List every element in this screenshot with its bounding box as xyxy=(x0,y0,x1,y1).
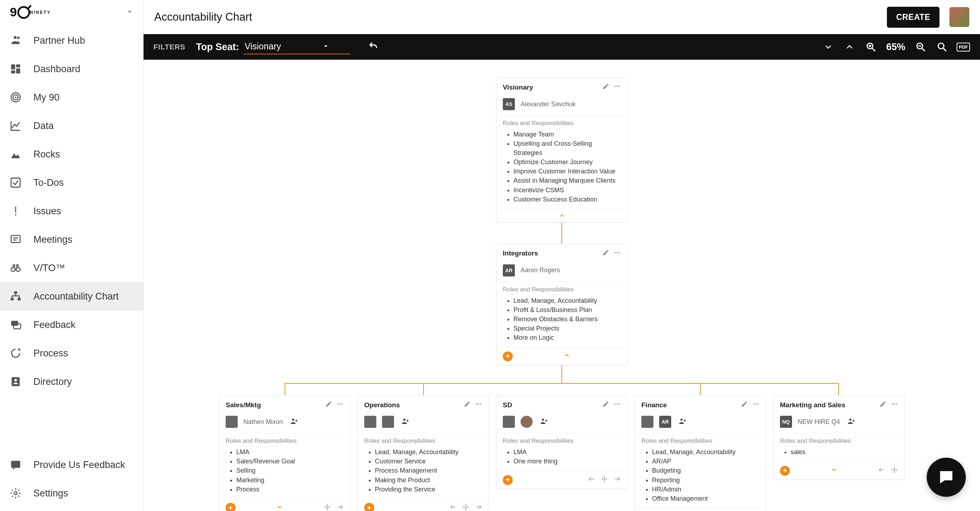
person-name: NEW HIRE Q4 xyxy=(798,418,840,426)
add-seat-button[interactable]: + xyxy=(503,352,513,361)
more-icon[interactable] xyxy=(752,401,759,409)
sidebar: 9 NINETY Partner HubDashboardMy 90DataRo… xyxy=(0,0,143,511)
sidebar-item-provide-feedback[interactable]: Provide Us Feedback xyxy=(0,451,143,479)
edit-icon[interactable] xyxy=(602,401,609,409)
sidebar-item-data[interactable]: Data xyxy=(0,111,143,140)
seat-title: SD xyxy=(503,401,600,409)
add-person-icon[interactable] xyxy=(290,417,299,427)
top-seat-select[interactable]: Visionary xyxy=(244,40,350,54)
collapse-children-button[interactable] xyxy=(563,352,570,361)
seat-card-finance[interactable]: FinanceARRoles and ResponsibilitiesLead,… xyxy=(635,395,766,511)
role-item: Process xyxy=(236,485,344,494)
avatar-initials: AR xyxy=(503,264,515,277)
sidebar-item-my-90[interactable]: My 90 xyxy=(0,83,143,111)
sidebar-item-label: Feedback xyxy=(33,320,76,331)
sidebar-item-accountability-chart[interactable]: Accountability Chart xyxy=(0,282,143,310)
add-person-icon[interactable] xyxy=(678,417,687,427)
seat-card-marketing-sales[interactable]: Marketing and SalesNQNEW HIRE Q4Roles an… xyxy=(773,395,905,480)
line-chart-icon xyxy=(8,119,23,133)
dashboard-icon xyxy=(8,62,23,76)
move-right-button[interactable] xyxy=(614,476,621,484)
sidebar-item-label: Meetings xyxy=(33,234,73,245)
svg-text:9: 9 xyxy=(10,5,17,19)
more-icon[interactable] xyxy=(337,401,344,409)
seat-card-sd[interactable]: SDRoles and ResponsibilitiesLMAOne more … xyxy=(496,395,627,489)
svg-marker-46 xyxy=(325,45,328,47)
expand-children-button[interactable] xyxy=(830,466,837,475)
collapse-children-button[interactable] xyxy=(496,209,627,222)
move-left-button[interactable] xyxy=(588,476,595,484)
avatar-initials: NQ xyxy=(780,416,792,428)
move-right-button[interactable] xyxy=(475,503,482,511)
edit-icon[interactable] xyxy=(602,83,609,92)
more-icon[interactable] xyxy=(614,401,621,409)
more-icon[interactable] xyxy=(475,401,482,409)
expand-children-button[interactable] xyxy=(276,503,283,511)
roles-label: Roles and Responsibilities xyxy=(503,286,621,293)
sidebar-item-process[interactable]: Process xyxy=(0,339,143,368)
add-seat-button[interactable]: + xyxy=(503,475,513,485)
sidebar-item-meetings[interactable]: Meetings xyxy=(0,225,143,254)
seat-card-sales-mktg[interactable]: Sales/MktgNathen MixonRoles and Responsi… xyxy=(219,395,350,511)
zoom-out-button[interactable] xyxy=(914,40,928,54)
sidebar-item-rocks[interactable]: Rocks xyxy=(0,140,143,169)
collapse-all-button[interactable] xyxy=(821,40,835,54)
team-switcher[interactable] xyxy=(126,8,133,17)
user-avatar[interactable] xyxy=(950,7,969,27)
undo-button[interactable] xyxy=(368,41,379,53)
role-item: Making the Product xyxy=(375,476,482,485)
add-seat-button[interactable]: + xyxy=(780,466,790,476)
chart-canvas[interactable]: Visionary AS Alexander Savchuk Roles and… xyxy=(143,60,980,511)
add-person-icon[interactable] xyxy=(540,417,548,427)
move-seat-button[interactable] xyxy=(324,503,331,511)
page-title: Accountability Chart xyxy=(154,11,887,24)
move-seat-button[interactable] xyxy=(601,476,608,484)
sidebar-item-feedback[interactable]: Feedback xyxy=(0,310,143,339)
sidebar-item-settings[interactable]: Settings xyxy=(0,479,143,508)
zoom-in-button[interactable] xyxy=(864,40,878,54)
sidebar-item-label: Directory xyxy=(33,376,72,387)
avatar-image xyxy=(503,416,515,428)
create-button[interactable]: CREATE xyxy=(887,7,940,28)
role-item: Remove Obstacles & Barriers xyxy=(514,315,621,324)
sidebar-item-vto[interactable]: V/TO™ xyxy=(0,254,143,282)
role-item: Upselling and Cross-Selling Strategies xyxy=(514,139,621,158)
export-pdf-button[interactable]: PDF xyxy=(956,43,970,51)
seat-card-operations[interactable]: OperationsRoles and ResponsibilitiesLead… xyxy=(358,395,489,511)
person-name: Alexander Savchuk xyxy=(520,100,576,108)
move-right-button[interactable] xyxy=(337,503,344,511)
edit-icon[interactable] xyxy=(325,401,332,409)
filter-bar: FILTERS Top Seat: Visionary 65% PDF xyxy=(143,34,980,60)
expand-all-button[interactable] xyxy=(843,40,856,54)
more-icon[interactable] xyxy=(614,249,621,258)
role-item: Assist in Managing Marquee Clients xyxy=(514,176,621,185)
sidebar-item-issues[interactable]: Issues xyxy=(0,197,143,225)
search-chart-button[interactable] xyxy=(935,40,949,54)
edit-icon[interactable] xyxy=(880,401,886,409)
move-seat-button[interactable] xyxy=(462,503,469,511)
seat-card-integrator[interactable]: Integrators AR Aaron Rogers Roles and Re… xyxy=(496,244,627,365)
edit-icon[interactable] xyxy=(464,401,471,409)
sidebar-item-partner-hub[interactable]: Partner Hub xyxy=(0,26,143,55)
add-seat-button[interactable]: + xyxy=(364,503,374,511)
seat-title: Sales/Mktg xyxy=(226,401,322,409)
add-person-icon[interactable] xyxy=(401,417,410,427)
edit-icon[interactable] xyxy=(741,401,748,409)
add-person-icon[interactable] xyxy=(847,417,856,427)
sidebar-item-to-dos[interactable]: To-Dos xyxy=(0,169,143,197)
edit-icon[interactable] xyxy=(602,249,609,258)
move-left-button[interactable] xyxy=(878,466,885,475)
intercom-launcher[interactable] xyxy=(927,458,966,497)
sidebar-item-label: V/TO™ xyxy=(33,263,65,274)
move-left-button[interactable] xyxy=(450,503,457,511)
more-icon[interactable] xyxy=(891,401,898,409)
svg-marker-45 xyxy=(128,11,132,13)
brand-logo[interactable]: 9 NINETY xyxy=(10,5,51,20)
sidebar-item-directory[interactable]: Directory xyxy=(0,368,143,396)
sidebar-item-dashboard[interactable]: Dashboard xyxy=(0,55,143,83)
add-seat-button[interactable]: + xyxy=(226,503,235,511)
role-item: LMA xyxy=(514,447,621,457)
seat-card-visionary[interactable]: Visionary AS Alexander Savchuk Roles and… xyxy=(496,78,627,223)
move-seat-button[interactable] xyxy=(891,466,898,475)
more-icon[interactable] xyxy=(614,83,621,92)
